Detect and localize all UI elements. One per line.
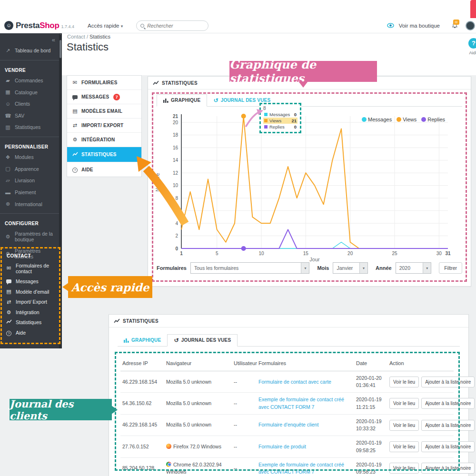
line-chart-icon (153, 80, 159, 86)
sidebar-item-label: Tableau de bord (15, 48, 50, 53)
menu-item-statistiques[interactable]: STATISTIQUES (67, 147, 141, 162)
svg-text:5: 5 (216, 251, 218, 256)
sidebar-item-dashboard[interactable]: ↗ Tableau de bord (0, 45, 62, 57)
quick-access-dropdown[interactable]: Accès rapide ▾ (88, 23, 123, 29)
view-shop-link[interactable]: Voir ma boutique (399, 23, 440, 29)
browser-label: Mozilla 5.0 unknown (166, 400, 211, 406)
quick-access-highlight-box: CONTACT ✉Formulaires de contact Messages… (0, 247, 60, 344)
sidebar-item-apparence[interactable]: ▢Apparence (0, 163, 62, 175)
sidebar-item-commandes[interactable]: ▰Commandes (0, 75, 62, 87)
blacklist-button[interactable]: Ajouter à la liste noire (421, 441, 475, 452)
banner-pointer (298, 81, 308, 88)
menu-item-formulaires[interactable]: ✉FORMULAIRES (67, 76, 141, 90)
svg-text:15: 15 (303, 251, 309, 256)
sidebar-item-catalogue[interactable]: ▦Catalogue (0, 86, 62, 98)
sidebar-section-configurer: CONFIGURER (0, 217, 62, 228)
menu-item-modeles-email[interactable]: ▤MODÈLES EMAIL (67, 104, 141, 119)
menu-item-messages[interactable]: MESSAGES7 (67, 90, 141, 104)
store-icon: ▦ (5, 89, 11, 95)
cell-actions: Voir le lieuAjouter à la liste noire (387, 371, 454, 393)
tab-graphique[interactable]: GRAPHIQUE (118, 335, 167, 346)
firefox-icon (166, 444, 171, 449)
menu-item-integration[interactable]: ⚙INTÉGRATION (67, 133, 141, 147)
table-row: 85.204.50.128 Chrome 62.0.3202.94 Window… (120, 457, 454, 476)
help-icon: ? (468, 38, 476, 49)
blacklist-button[interactable]: Ajouter à la liste noire (421, 377, 475, 387)
sidebar-item-paiement[interactable]: ▬Paiement (0, 187, 62, 198)
search-bar[interactable] (136, 20, 208, 31)
sidebar-item-aide[interactable]: ?Aide (2, 327, 59, 338)
sidebar-item-livraison[interactable]: ▱Livraison (0, 175, 62, 187)
date: 2020-01-19 (356, 397, 382, 402)
globe-icon: ⊕ (5, 201, 11, 207)
sidebar-item-clients[interactable]: ☺Clients (0, 98, 62, 110)
cell-ip: 27.76.0.152 (120, 436, 164, 457)
month-filter-select[interactable]: Janvier ▾ (333, 262, 368, 274)
sidebar-item-label: Statistiques (16, 319, 41, 325)
svg-text:10: 10 (258, 251, 264, 256)
forms-filter-select[interactable]: Tous les formulaires ▾ (190, 262, 309, 274)
date: 2020-01-19 (356, 462, 382, 467)
series-color-swatch (264, 113, 268, 116)
sidebar-item-statistiques[interactable]: ▥Statistiques (0, 121, 62, 133)
sidebar-item-modele-email[interactable]: ▤Modèle d'email (2, 287, 59, 297)
table-row: 54.36.150.62 Mozilla 5.0 unknown -- Exem… (120, 393, 454, 414)
brand-logo[interactable]: PrestaShop (16, 21, 59, 30)
sidebar-item-messages[interactable]: Messages (2, 276, 59, 287)
view-place-button[interactable]: Voir le lieu (389, 398, 419, 409)
help-corner[interactable]: ? Aide (468, 38, 476, 55)
sidebar-item-modules[interactable]: ❖Modules (0, 151, 62, 163)
cell-actions: Voir le lieuAjouter à la liste noire (387, 436, 454, 457)
form-link[interactable]: Formulaire de produit (258, 444, 306, 449)
menu-item-label: AIDE (81, 167, 93, 172)
cell-date: 2020-01-1909:58:25 (354, 436, 387, 457)
legend-dot (362, 117, 367, 122)
sidebar-item-parametres-boutique[interactable]: ⚙Paramètres de la boutique (0, 228, 61, 245)
scroll-up-icon: ˆ (59, 33, 62, 38)
sidebar-item-statistiques-contact[interactable]: Statistiques (2, 317, 59, 328)
module-menu: ✉FORMULAIRES MESSAGES7 ▤MODÈLES EMAIL ⇄I… (67, 75, 142, 177)
breadcrumb-parent[interactable]: Contact (67, 34, 85, 40)
sidebar-item-formulaires-contact[interactable]: ✉Formulaires de contact (2, 260, 59, 276)
sidebar-item-import-export[interactable]: ⇄Import/ Export (2, 297, 59, 307)
sidebar-collapse-button[interactable]: « (52, 36, 55, 43)
tab-label: JOURNAL DES VUES (221, 98, 271, 103)
form-link[interactable]: Formulaire de contact avec carte (258, 379, 331, 385)
tooltip-label: Views (269, 118, 289, 123)
forms-filter-label: Formulaires (157, 265, 187, 271)
line-chart-icon (6, 319, 12, 326)
line-chart[interactable]: 024681012141618202115101520253031NombreJ… (153, 110, 467, 261)
notifications-bell[interactable]: ✉ (451, 22, 459, 30)
cell-date: 2020-01-1910:33:32 (354, 414, 387, 436)
sidebar-item-integration[interactable]: ⚙Intégration (2, 307, 59, 317)
avatar[interactable] (466, 21, 475, 30)
cell-date: 2020-01-1909:58:23 (354, 457, 387, 476)
support-icon: ☎ (5, 113, 11, 119)
view-place-button[interactable]: Voir le lieu (389, 420, 419, 431)
chart-area[interactable]: 024681012141618202115101520253031NombreJ… (153, 110, 467, 261)
sidebar-item-sav[interactable]: ☎SAV (0, 110, 62, 122)
view-place-button[interactable]: Voir le lieu (389, 377, 419, 387)
filter-button[interactable]: Filtrer (439, 262, 462, 274)
form-link[interactable]: Exemple de formulaire de contact créé av… (258, 397, 344, 409)
blacklist-button[interactable]: Ajouter à la liste noire (421, 420, 475, 431)
blacklist-button[interactable]: Ajouter à la liste noire (421, 463, 475, 474)
view-place-button[interactable]: Voir le lieu (389, 441, 419, 452)
form-link[interactable]: Exemple de formulaire de contact créé av… (258, 462, 344, 475)
search-input[interactable] (147, 23, 199, 29)
year-filter-select[interactable]: 2020 ▾ (396, 262, 432, 274)
breadcrumb: Contact / Statistics (67, 34, 110, 40)
view-place-button[interactable]: Voir le lieu (389, 463, 419, 474)
menu-item-import-export[interactable]: ⇄IMPORT/ EXPORT (67, 119, 141, 133)
statistics-chart-panel: STATISTIQUES GRAPHIQUE ↺ JOURNAL DES VUE… (148, 76, 471, 287)
sidebar-scrollbar-thumb[interactable] (60, 40, 61, 58)
tab-journal-des-vues[interactable]: ↺ JOURNAL DES VUES (167, 334, 238, 347)
tab-graphique[interactable]: GRAPHIQUE (157, 94, 207, 107)
svg-text:31: 31 (445, 251, 451, 256)
menu-item-aide[interactable]: ?AIDE (67, 162, 141, 177)
table-header-row: Adresse IP Navigateur Utilisateur Formul… (120, 357, 454, 371)
sidebar-item-international[interactable]: ⊕International (0, 198, 62, 210)
chrome-icon (166, 462, 171, 467)
blacklist-button[interactable]: Ajouter à la liste noire (421, 398, 475, 409)
form-link[interactable]: Formulaire d'enquête client (258, 422, 318, 427)
